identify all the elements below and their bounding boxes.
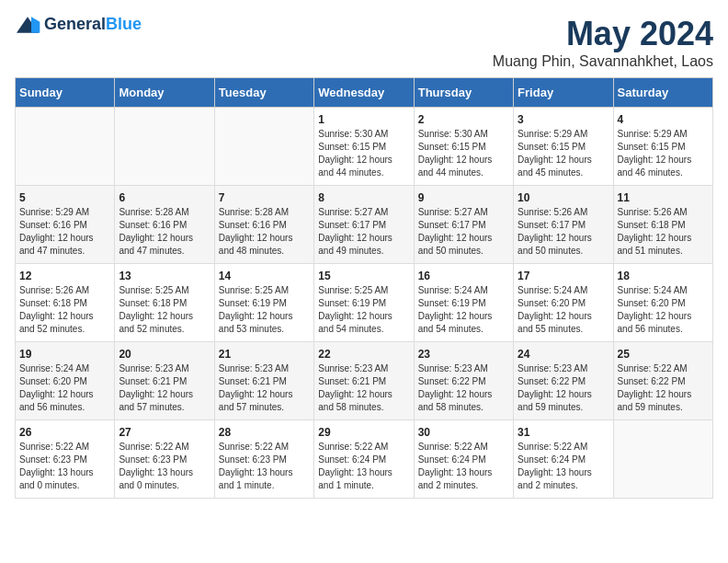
table-row: 14Sunrise: 5:25 AMSunset: 6:19 PMDayligh… [214,264,313,342]
week-row-3: 12Sunrise: 5:26 AMSunset: 6:18 PMDayligh… [16,264,713,342]
day-info: Sunrise: 5:24 AMSunset: 6:19 PMDaylight:… [418,284,509,336]
day-info: Sunrise: 5:25 AMSunset: 6:19 PMDaylight:… [318,284,409,336]
day-info: Sunrise: 5:22 AMSunset: 6:24 PMDaylight:… [418,441,509,492]
logo-general: General [44,15,106,33]
week-row-5: 26Sunrise: 5:22 AMSunset: 6:23 PMDayligh… [16,420,713,499]
table-row: 29Sunrise: 5:22 AMSunset: 6:24 PMDayligh… [314,420,414,499]
day-info: Sunrise: 5:23 AMSunset: 6:22 PMDaylight:… [418,362,509,414]
day-number: 16 [418,270,509,282]
table-row: 16Sunrise: 5:24 AMSunset: 6:19 PMDayligh… [414,264,513,342]
day-number: 19 [19,348,110,361]
table-row: 22Sunrise: 5:23 AMSunset: 6:21 PMDayligh… [314,342,414,420]
day-info: Sunrise: 5:22 AMSunset: 6:23 PMDaylight:… [219,441,310,492]
subtitle: Muang Phin, Savannahkhet, Laos [493,53,713,70]
page-header: GeneralBlue May 2024 Muang Phin, Savanna… [15,15,713,70]
day-info: Sunrise: 5:24 AMSunset: 6:20 PMDaylight:… [19,362,110,414]
day-number: 28 [219,426,310,439]
table-row: 11Sunrise: 5:26 AMSunset: 6:18 PMDayligh… [613,186,712,264]
table-row: 20Sunrise: 5:23 AMSunset: 6:21 PMDayligh… [115,342,214,420]
table-row: 26Sunrise: 5:22 AMSunset: 6:23 PMDayligh… [16,420,115,499]
table-row: 24Sunrise: 5:23 AMSunset: 6:22 PMDayligh… [514,342,613,420]
day-info: Sunrise: 5:29 AMSunset: 6:15 PMDaylight:… [618,128,709,179]
table-row: 15Sunrise: 5:25 AMSunset: 6:19 PMDayligh… [314,264,414,342]
day-number: 22 [318,348,409,361]
table-row: 18Sunrise: 5:24 AMSunset: 6:20 PMDayligh… [613,264,712,342]
day-number: 18 [618,270,709,282]
table-row: 10Sunrise: 5:26 AMSunset: 6:17 PMDayligh… [514,186,613,264]
day-info: Sunrise: 5:25 AMSunset: 6:19 PMDaylight:… [219,284,310,336]
day-info: Sunrise: 5:22 AMSunset: 6:22 PMDaylight:… [618,362,709,414]
table-row: 6Sunrise: 5:28 AMSunset: 6:16 PMDaylight… [115,186,214,264]
day-info: Sunrise: 5:23 AMSunset: 6:21 PMDaylight:… [219,362,310,414]
table-row: 3Sunrise: 5:29 AMSunset: 6:15 PMDaylight… [514,108,613,186]
day-number: 15 [318,270,409,282]
table-row [613,420,712,499]
day-info: Sunrise: 5:24 AMSunset: 6:20 PMDaylight:… [518,284,609,336]
col-thursday: Thursday [414,78,513,108]
day-info: Sunrise: 5:22 AMSunset: 6:24 PMDaylight:… [318,441,409,492]
day-number: 20 [119,348,210,361]
calendar-header-row: Sunday Monday Tuesday Wednesday Thursday… [16,78,713,108]
day-number: 3 [518,113,609,126]
day-info: Sunrise: 5:30 AMSunset: 6:15 PMDaylight:… [418,128,509,179]
day-number: 24 [518,348,609,361]
day-number: 21 [219,348,310,361]
week-row-2: 5Sunrise: 5:29 AMSunset: 6:16 PMDaylight… [16,186,713,264]
table-row: 12Sunrise: 5:26 AMSunset: 6:18 PMDayligh… [16,264,115,342]
logo-text: GeneralBlue [44,15,142,34]
logo-icon [15,16,40,34]
day-info: Sunrise: 5:23 AMSunset: 6:21 PMDaylight:… [318,362,409,414]
day-number: 25 [618,348,709,361]
table-row: 4Sunrise: 5:29 AMSunset: 6:15 PMDaylight… [613,108,712,186]
day-info: Sunrise: 5:28 AMSunset: 6:16 PMDaylight:… [119,206,210,258]
day-number: 31 [518,426,609,439]
day-info: Sunrise: 5:26 AMSunset: 6:18 PMDaylight:… [618,206,709,258]
table-row: 5Sunrise: 5:29 AMSunset: 6:16 PMDaylight… [16,186,115,264]
col-monday: Monday [115,78,214,108]
day-number: 29 [318,426,409,439]
day-number: 12 [19,270,110,282]
week-row-1: 1Sunrise: 5:30 AMSunset: 6:15 PMDaylight… [16,108,713,186]
day-info: Sunrise: 5:29 AMSunset: 6:16 PMDaylight:… [19,206,110,258]
day-info: Sunrise: 5:22 AMSunset: 6:23 PMDaylight:… [19,441,110,492]
table-row: 30Sunrise: 5:22 AMSunset: 6:24 PMDayligh… [414,420,513,499]
day-number: 26 [19,426,110,439]
calendar-table: Sunday Monday Tuesday Wednesday Thursday… [15,77,713,499]
day-number: 8 [318,191,409,204]
table-row: 27Sunrise: 5:22 AMSunset: 6:23 PMDayligh… [115,420,214,499]
day-info: Sunrise: 5:23 AMSunset: 6:21 PMDaylight:… [119,362,210,414]
day-number: 13 [119,270,210,282]
day-number: 1 [318,113,409,126]
col-friday: Friday [514,78,613,108]
day-number: 27 [119,426,210,439]
day-number: 11 [618,191,709,204]
week-row-4: 19Sunrise: 5:24 AMSunset: 6:20 PMDayligh… [16,342,713,420]
day-number: 7 [219,191,310,204]
day-info: Sunrise: 5:22 AMSunset: 6:23 PMDaylight:… [119,441,210,492]
table-row: 2Sunrise: 5:30 AMSunset: 6:15 PMDaylight… [414,108,513,186]
day-info: Sunrise: 5:30 AMSunset: 6:15 PMDaylight:… [318,128,409,179]
day-number: 2 [418,113,509,126]
title-block: May 2024 Muang Phin, Savannahkhet, Laos [493,15,713,70]
table-row: 17Sunrise: 5:24 AMSunset: 6:20 PMDayligh… [514,264,613,342]
day-number: 10 [518,191,609,204]
table-row [115,108,214,186]
col-saturday: Saturday [613,78,712,108]
table-row: 9Sunrise: 5:27 AMSunset: 6:17 PMDaylight… [414,186,513,264]
day-info: Sunrise: 5:23 AMSunset: 6:22 PMDaylight:… [518,362,609,414]
day-info: Sunrise: 5:25 AMSunset: 6:18 PMDaylight:… [119,284,210,336]
table-row: 28Sunrise: 5:22 AMSunset: 6:23 PMDayligh… [214,420,313,499]
day-info: Sunrise: 5:26 AMSunset: 6:17 PMDaylight:… [518,206,609,258]
day-number: 9 [418,191,509,204]
logo: GeneralBlue [15,15,142,34]
col-sunday: Sunday [16,78,115,108]
table-row: 21Sunrise: 5:23 AMSunset: 6:21 PMDayligh… [214,342,313,420]
table-row: 31Sunrise: 5:22 AMSunset: 6:24 PMDayligh… [514,420,613,499]
day-number: 5 [19,191,110,204]
table-row: 13Sunrise: 5:25 AMSunset: 6:18 PMDayligh… [115,264,214,342]
day-info: Sunrise: 5:22 AMSunset: 6:24 PMDaylight:… [518,441,609,492]
day-number: 4 [618,113,709,126]
day-info: Sunrise: 5:26 AMSunset: 6:18 PMDaylight:… [19,284,110,336]
day-number: 23 [418,348,509,361]
day-info: Sunrise: 5:28 AMSunset: 6:16 PMDaylight:… [219,206,310,258]
